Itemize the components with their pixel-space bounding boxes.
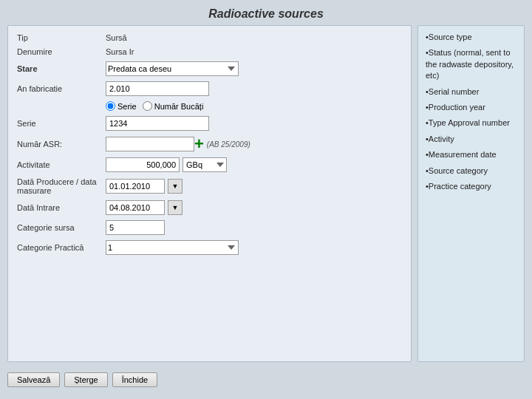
stare-label: Stare [17, 64, 106, 73]
tip-label: Tip [17, 33, 106, 42]
asr-note: (AB 25/2009) [207, 140, 250, 149]
data-prod-input[interactable] [106, 179, 165, 194]
info-measurement-date: •Measurement date [426, 149, 516, 160]
form-panel: Tip Sursă Denumire Sursa Ir Stare Predat… [7, 25, 412, 362]
info-serial: •Serial number [426, 86, 516, 98]
radio-bucati-label[interactable]: Număr Bucăți [143, 101, 204, 111]
activitate-row: Activitate GBq MBq kBq Bq [17, 157, 402, 172]
radio-serie-text: Serie [117, 102, 137, 111]
radio-group: Serie Număr Bucăți [106, 101, 203, 111]
info-activity: •Activity [426, 134, 516, 145]
radio-serie-label[interactable]: Serie [106, 101, 137, 111]
categorie-sursa-label: Categorie sursa [17, 223, 106, 232]
info-prod-year: •Production year [426, 102, 516, 113]
stare-row: Stare Predata ca deseu Activa Inactiva [17, 61, 402, 76]
numar-asr-input[interactable] [106, 137, 194, 151]
denumire-value: Sursa Ir [106, 47, 134, 56]
bottom-bar: Salvează Șterge Închide [7, 368, 525, 392]
delete-button[interactable]: Șterge [64, 372, 107, 387]
an-fab-label: An fabricatie [17, 84, 106, 93]
info-status: •Status (normal, sent to the radwaste de… [426, 47, 516, 81]
categorie-practica-label: Categorie Practică [17, 243, 106, 252]
categorie-sursa-input[interactable] [106, 220, 165, 235]
categorie-practica-row: Categorie Practică 1 2 3 4 5 [17, 240, 402, 255]
radio-serie-input[interactable] [106, 101, 115, 111]
info-source-category: •Source category [426, 166, 516, 177]
info-panel: •Source type •Status (normal, sent to th… [417, 25, 525, 362]
an-fab-input[interactable] [106, 81, 209, 96]
numar-asr-row: Număr ASR: + (AB 25/2009) [17, 136, 402, 152]
info-type-approval: •Type Approval number [426, 117, 516, 129]
data-prod-label: Dată Producere / data masurare [17, 177, 106, 195]
serie-label: Serie [17, 119, 106, 128]
close-button[interactable]: Închide [112, 372, 157, 387]
serie-row: Serie [17, 116, 402, 131]
radio-bucati-input[interactable] [143, 101, 152, 111]
data-prod-row: Dată Producere / data masurare ▼ [17, 177, 402, 195]
data-intrare-label: Dată Intrare [17, 203, 106, 212]
info-practice-category: •Practice category [426, 181, 516, 192]
unit-select[interactable]: GBq MBq kBq Bq [183, 157, 227, 172]
numar-asr-label: Număr ASR: [17, 140, 106, 149]
activitate-label: Activitate [17, 160, 106, 169]
tip-value: Sursă [106, 33, 127, 42]
radio-bucati-text: Număr Bucăți [154, 102, 204, 111]
categorie-practica-select[interactable]: 1 2 3 4 5 [106, 240, 239, 255]
info-source-type: •Source type [426, 32, 516, 43]
data-intrare-row: Dată Intrare ▼ [17, 200, 402, 215]
save-button[interactable]: Salvează [7, 372, 60, 387]
stare-select[interactable]: Predata ca deseu Activa Inactiva [106, 61, 239, 76]
an-fab-row: An fabricatie [17, 81, 402, 96]
denumire-label: Denumire [17, 47, 106, 56]
denumire-row: Denumire Sursa Ir [17, 47, 402, 56]
categorie-sursa-row: Categorie sursa [17, 220, 402, 235]
page-title: Radioactive sources [208, 7, 324, 21]
data-intrare-controls: ▼ [106, 200, 183, 215]
tip-row: Tip Sursă [17, 33, 402, 42]
activitate-input[interactable] [106, 157, 180, 172]
data-intrare-input[interactable] [106, 200, 165, 215]
data-prod-calendar-btn[interactable]: ▼ [168, 179, 183, 194]
data-prod-controls: ▼ [106, 179, 183, 194]
data-intrare-calendar-btn[interactable]: ▼ [168, 200, 183, 215]
radio-row: Serie Număr Bucăți [17, 101, 402, 111]
activity-controls: GBq MBq kBq Bq [106, 157, 227, 172]
serie-input[interactable] [106, 116, 209, 131]
plus-icon[interactable]: + [194, 136, 204, 152]
